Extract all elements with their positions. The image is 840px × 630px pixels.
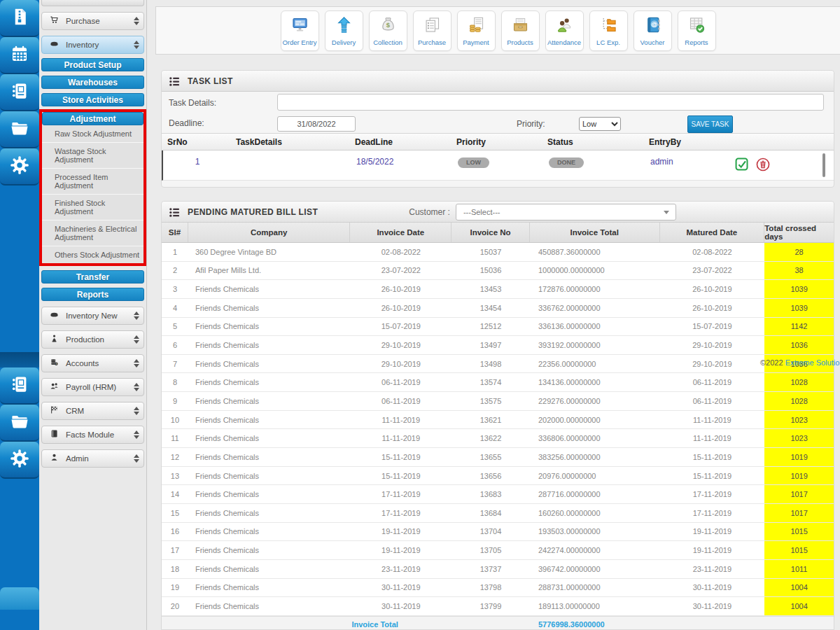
sidebar-item-label: Inventory bbox=[66, 41, 134, 49]
toolbar-button-label: Delivery bbox=[332, 38, 356, 46]
sidebar-subitem-wastage-stock-adjustment[interactable]: Wastage Stock Adjustment bbox=[42, 143, 144, 169]
sidebar-button-adjustment[interactable]: Adjustment bbox=[42, 112, 144, 125]
toolbar-button-reports[interactable]: Reports bbox=[678, 10, 716, 51]
sidebar-item-admin[interactable]: Admin bbox=[41, 449, 144, 468]
folder-tile[interactable] bbox=[0, 111, 39, 148]
sidebar-item-inventory-new[interactable]: Inventory New bbox=[41, 307, 144, 325]
zip-document-tile[interactable] bbox=[0, 0, 39, 37]
sidebar-button-warehouses[interactable]: Warehouses bbox=[41, 76, 144, 89]
sidebar-button-product-setup[interactable]: Product Setup bbox=[41, 58, 144, 71]
toolbar-button-payment[interactable]: Payment bbox=[457, 10, 496, 51]
bill-cell-col-3: 13655 bbox=[451, 448, 530, 466]
mark-done-icon[interactable] bbox=[734, 157, 750, 174]
bill-cell-col-2: 17-11-2019 bbox=[350, 485, 451, 503]
toolbar-button-label: Purchase bbox=[418, 38, 446, 46]
sidebar-button-transfer[interactable]: Transfer bbox=[41, 270, 144, 284]
bill-cell-col-1: Friends Chemicals bbox=[188, 392, 351, 410]
save-task-button[interactable]: SAVE TASK bbox=[687, 115, 733, 133]
people-icon bbox=[555, 15, 574, 37]
sidebar-subitem-machineries-electrical-adjustment[interactable]: Machineries & Electrical Adjustment bbox=[42, 220, 144, 246]
toolbar-button-products[interactable]: Products bbox=[501, 10, 540, 51]
bill-cell-col-5: 30-11-2019 bbox=[660, 579, 765, 597]
task-deadline-cell: 18/5/2022 bbox=[351, 150, 452, 167]
sidebar-button-reports[interactable]: Reports bbox=[41, 288, 144, 301]
toolbar-button-collection[interactable]: $Collection bbox=[369, 10, 407, 51]
gear-icon bbox=[9, 448, 30, 472]
strip-bottom-tile[interactable] bbox=[0, 587, 39, 610]
sidebar-button-store-activities[interactable]: Store Activities bbox=[41, 93, 144, 106]
notebook-tile[interactable] bbox=[0, 74, 39, 111]
sidebar-item-label: Facts Module bbox=[66, 430, 134, 439]
toolbar-button-label: Products bbox=[507, 38, 533, 46]
bill-cell-col-1: Friends Chemicals bbox=[188, 429, 351, 447]
menu-item-partial[interactable] bbox=[41, 0, 144, 6]
task-actions-cell bbox=[729, 150, 834, 174]
task-list-scrollbar[interactable] bbox=[822, 153, 825, 177]
sidebar-subitem-finished-stock-adjustment[interactable]: Finished Stock Adjustment bbox=[42, 195, 144, 220]
calendar-icon bbox=[9, 43, 30, 67]
customer-select[interactable]: ---Select--- bbox=[456, 204, 676, 220]
toolbar-button-purchase[interactable]: Purchase bbox=[413, 10, 451, 51]
sidebar-item-label: Purchase bbox=[66, 17, 134, 25]
toolbar-button-lc-exp-[interactable]: LC Exp. bbox=[589, 10, 628, 51]
bill-cell-col-2: 26-10-2019 bbox=[350, 280, 451, 298]
task-details-input[interactable] bbox=[277, 94, 824, 111]
sidebar-item-crm[interactable]: CRM bbox=[41, 402, 144, 420]
folder-icon bbox=[9, 118, 30, 141]
toolbar-button-attendance[interactable]: Attendance bbox=[545, 10, 584, 51]
strip-divider bbox=[0, 352, 39, 368]
deadline-input[interactable] bbox=[277, 116, 356, 132]
bill-cell-col-3: 15037 bbox=[451, 243, 530, 261]
sidebar-subitem-others-stock-adjustment[interactable]: Others Stock Adjustment bbox=[42, 246, 144, 263]
expand-arrows-icon bbox=[134, 359, 139, 368]
task-srno: 1 bbox=[163, 150, 232, 167]
toolbar-button-order-entry[interactable]: Order Entry bbox=[281, 10, 319, 51]
sidebar-item-production[interactable]: Production bbox=[41, 330, 144, 349]
priority-label: Priority: bbox=[517, 119, 545, 129]
sidebar-item-purchase[interactable]: Purchase bbox=[41, 12, 144, 30]
sidebar-item-accounts[interactable]: iAccounts bbox=[41, 354, 144, 372]
expand-arrows-icon bbox=[134, 454, 139, 463]
delete-task-icon[interactable] bbox=[755, 157, 771, 174]
bill-cell-col-2: 06-11-2019 bbox=[350, 392, 451, 410]
bill-cell-col-5: 19-11-2019 bbox=[660, 523, 765, 541]
report-sheet-icon bbox=[687, 15, 706, 37]
gear-tile[interactable] bbox=[0, 442, 39, 479]
folder-tile[interactable] bbox=[0, 405, 39, 442]
toolbar-button-delivery[interactable]: Delivery bbox=[325, 10, 363, 51]
bill-table-row: 2Afil Paper Mills Ltd.23-07-202215036100… bbox=[162, 262, 834, 281]
strip-spacer bbox=[0, 186, 39, 352]
calendar-tile[interactable] bbox=[0, 37, 39, 74]
sidebar-item-inventory[interactable]: Inventory bbox=[41, 36, 144, 54]
bill-cell-col-2: 17-11-2019 bbox=[350, 504, 451, 522]
bill-cell-col-5: 23-07-2022 bbox=[660, 262, 765, 280]
sidebar-subitem-processed-item-adjustment[interactable]: Processed Item Adjustment bbox=[42, 169, 144, 195]
copyright-brand: Extreme Solutions. bbox=[785, 358, 840, 367]
bill-cell-col-4: 160260.00000000 bbox=[530, 504, 660, 522]
bill-cell-col-6: 1019 bbox=[764, 448, 834, 466]
bill-cell-col-1: Friends Chemicals bbox=[188, 448, 351, 466]
task-list-title: TASK LIST bbox=[188, 76, 233, 86]
bill-cell-col-0: 15 bbox=[162, 504, 188, 522]
bill-cell-col-0: 4 bbox=[162, 299, 188, 317]
bill-cell-col-1: Friends Chemicals bbox=[188, 560, 351, 578]
sidebar-item-label: CRM bbox=[66, 407, 134, 415]
gear-tile[interactable] bbox=[0, 148, 39, 186]
expand-arrows-icon bbox=[134, 430, 139, 439]
priority-select[interactable]: Low bbox=[579, 117, 621, 131]
task-header-EntryBy: EntryBy bbox=[643, 137, 727, 147]
sidebar-item-payroll-hrm-[interactable]: Payroll (HRM) bbox=[41, 378, 144, 396]
svg-text:@: @ bbox=[651, 20, 657, 27]
folders-icon bbox=[599, 15, 618, 37]
bill-cell-col-3: 13498 bbox=[451, 355, 530, 373]
toolbar-button-label: Attendance bbox=[547, 38, 581, 46]
task-header-SrNo: SrNo bbox=[162, 137, 230, 147]
bill-table-row: 9Friends Chemicals06-11-201913575229276.… bbox=[162, 392, 834, 411]
bill-cell-col-0: 20 bbox=[162, 597, 188, 615]
toolbar-button-voucher[interactable]: @Voucher bbox=[634, 10, 672, 51]
bill-cell-col-2: 26-10-2019 bbox=[350, 299, 451, 317]
sidebar-subitem-raw-stock-adjustment[interactable]: Raw Stock Adjustment bbox=[42, 125, 144, 143]
sidebar-item-facts-module[interactable]: Facts Module bbox=[41, 426, 144, 444]
notebook-tile[interactable] bbox=[0, 368, 39, 405]
bill-cell-col-0: 1 bbox=[162, 243, 188, 261]
